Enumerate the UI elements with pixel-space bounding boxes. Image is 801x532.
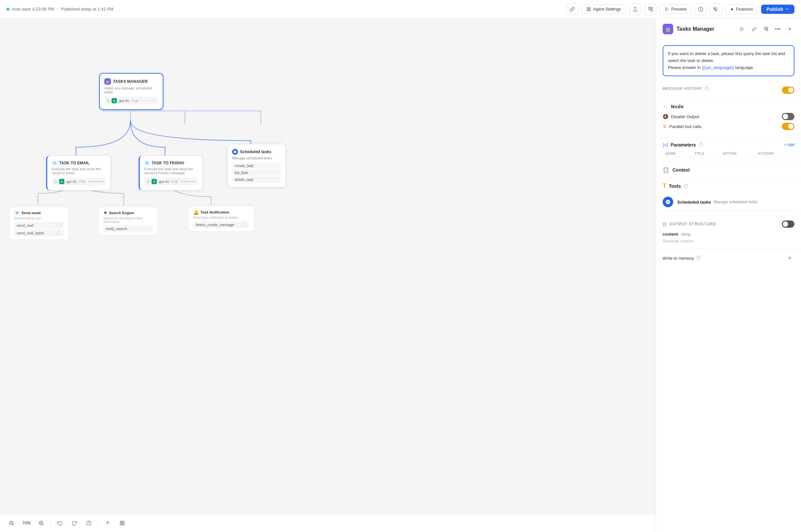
bottom-divider — [50, 520, 51, 526]
sub-node-send-email[interactable]: 📧 Send email Send email to user send_mai… — [9, 207, 69, 240]
tools-icon: T — [663, 183, 666, 189]
disable-output-label: Disable Output — [671, 114, 699, 119]
svg-rect-26 — [123, 521, 124, 523]
link-button[interactable] — [566, 3, 578, 15]
panel-link-button[interactable] — [749, 24, 759, 34]
panel-play-button[interactable] — [738, 24, 747, 34]
write-memory-section: Write to memory + — [656, 249, 801, 267]
node-task-feishu[interactable]: 📧 TASK TO FEISHU Execute the task and se… — [139, 155, 203, 190]
gpt-icon-email: G — [59, 179, 64, 184]
tool-delete-task: delete_task — [232, 176, 281, 183]
panel-more-button[interactable]: ••• — [773, 24, 783, 34]
publish-label: Publish — [766, 6, 783, 12]
output-structure-toggle[interactable] — [782, 221, 795, 228]
main-node-model: gpt-4o — [119, 99, 129, 103]
agent-settings-button[interactable]: Agent Settings — [581, 4, 626, 14]
output-structure-label: OUTPUT STRUCTURE — [669, 222, 716, 226]
prompt-text3: language. — [734, 65, 754, 70]
node-scheduled-tasks[interactable]: Scheduled tasks Manage scheduled tasks c… — [227, 144, 286, 187]
tools-help-icon — [684, 184, 688, 188]
params-icon: {x} — [663, 142, 668, 148]
tool-feishu-create-message: feishu_create_message — [193, 222, 249, 228]
disable-output-toggle[interactable] — [782, 113, 795, 120]
task-notification-desc: Send task notification to feishu — [193, 216, 249, 220]
parameters-label: Parameters — [671, 142, 696, 148]
gpt-icon-feishu: G — [152, 179, 157, 184]
message-history-toggle[interactable]: ✓ — [782, 87, 795, 94]
agent-avatar: 🤖 — [663, 24, 673, 34]
zoom-in-button[interactable] — [36, 518, 46, 528]
send-email-desc: Send email to user — [14, 216, 64, 220]
node-label: Node — [671, 104, 684, 109]
parallel-icon: ⇅ — [663, 124, 667, 129]
message-history-label: MESSAGE HISTORY — [663, 87, 702, 91]
scheduled-icon — [232, 149, 238, 155]
sub-node-search-engine[interactable]: ✦ Search Engine Search for the latest on… — [98, 207, 158, 235]
add-node-button[interactable]: + — [103, 518, 113, 528]
tools-section: T Tools Scheduled tasks Manage scheduled… — [656, 178, 801, 216]
bottom-divider-2 — [98, 520, 98, 526]
add-param-button[interactable]: + Add — [784, 142, 795, 147]
send-email-title: Send email — [21, 211, 41, 215]
search-engine-title: Search Engine — [109, 211, 134, 215]
node-icon: ↔ — [663, 103, 668, 110]
zoom-out-button[interactable] — [6, 518, 17, 528]
write-memory-label: Write to memory — [663, 256, 694, 261]
features-icon: ✦ — [730, 6, 734, 12]
preview-button[interactable]: Preview — [660, 4, 691, 14]
svg-point-14 — [714, 8, 715, 10]
grid-view-button[interactable] — [117, 518, 127, 528]
svg-point-13 — [713, 7, 714, 8]
panel-close-button[interactable] — [785, 24, 795, 34]
task-feishu-title: TASK TO FEISHU — [152, 161, 184, 165]
node-task-email[interactable]: 📧 TASK TO EMAIL Execute the task and sen… — [46, 155, 111, 190]
question-icon — [704, 86, 709, 91]
history-icon-button[interactable] — [83, 518, 94, 528]
write-memory-help-icon — [696, 256, 701, 260]
published-text: Published today at 1:42 PM — [61, 6, 113, 12]
bottombar: 70% + — [0, 514, 656, 532]
svg-marker-16 — [786, 8, 788, 10]
svg-rect-1 — [589, 7, 590, 8]
disable-output-row: 🔇 Disable Output — [663, 113, 795, 120]
output-row: content string — [663, 232, 795, 236]
share-button[interactable] — [629, 3, 641, 15]
prompt-text2: Please answer in — [668, 65, 702, 70]
col-actions: ACTIONS — [755, 150, 795, 157]
notification-icon: 🔔 — [193, 210, 199, 215]
parameters-section: {x} Parameters + Add NAME TITLE OPTION A… — [656, 138, 801, 162]
params-table: NAME TITLE OPTION ACTIONS — [663, 150, 795, 157]
task-email-desc: Execute the task and send the result to … — [52, 167, 106, 175]
features-button[interactable]: ✦ Features — [725, 4, 758, 14]
tool-scheduled-tasks[interactable]: Scheduled tasks Manage scheduled tasks — [663, 193, 795, 211]
svg-rect-31 — [766, 27, 768, 29]
undo-button[interactable] — [55, 518, 65, 528]
col-option: OPTION — [720, 150, 755, 157]
context-icon: 📋 — [663, 167, 669, 173]
svg-marker-29 — [741, 27, 744, 31]
task-email-title: TASK TO EMAIL — [59, 161, 90, 165]
panel-layout-button[interactable] — [761, 24, 771, 34]
prompt-box[interactable]: If you want to delete a task, please fir… — [663, 45, 795, 76]
task-email-icon: 📧 — [52, 160, 57, 166]
scheduled-title: Scheduled tasks — [240, 150, 272, 154]
output-desc: Generate content — [663, 239, 693, 244]
tool-tavily-search: tavily_search — [103, 226, 153, 232]
main-node-tasks-manager[interactable]: 🤖 TASKS MANAGER Helps you manage schedul… — [99, 73, 164, 110]
layout-button[interactable] — [645, 3, 656, 15]
main-node-badge: Chat — [131, 99, 138, 103]
output-structure-section: ⊡ OUTPUT STRUCTURE content string Genera… — [656, 216, 801, 249]
redo-button[interactable] — [69, 518, 79, 528]
history-button[interactable] — [695, 3, 707, 15]
sub-node-task-notification[interactable]: 🔔 Task Notification Send task notificati… — [188, 206, 254, 232]
publish-button[interactable]: Publish — [761, 5, 795, 14]
sliders-button[interactable] — [710, 3, 722, 15]
canvas[interactable]: 🤖 TASKS MANAGER Helps you manage schedul… — [0, 18, 656, 532]
tool-create-task: create_task — [232, 163, 281, 169]
prompt-var: {{sys_language}} — [702, 65, 734, 70]
add-write-memory-button[interactable]: + — [785, 253, 795, 263]
output-icon: ⊡ — [663, 222, 667, 227]
main-node-avatar: 🤖 — [104, 78, 111, 85]
parallel-tool-calls-toggle[interactable]: ✓ — [782, 123, 795, 130]
task-feishu-desc: Execute the task and send the result to … — [144, 167, 198, 175]
